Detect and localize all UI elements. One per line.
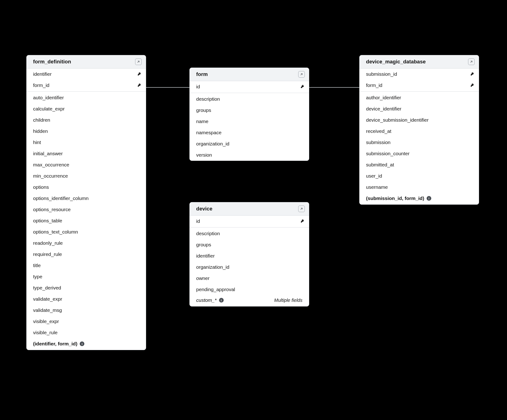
field-row: identifier <box>190 250 309 262</box>
field-row: title <box>27 260 146 271</box>
key-icon <box>301 218 304 224</box>
field-name: visible_expr <box>33 319 59 324</box>
field-name: validate_expr <box>33 296 62 302</box>
entity-form-definition: form_definition identifier form_id <box>26 55 146 350</box>
key-icon <box>470 71 474 77</box>
field-name: required_rule <box>33 251 62 257</box>
field-name: hint <box>33 140 41 145</box>
divider <box>190 227 309 228</box>
field-name: identifier <box>196 253 215 259</box>
field-row: device_identifier <box>359 103 479 114</box>
field-name: groups <box>196 242 211 248</box>
field-name: options <box>33 184 49 190</box>
field-row: organization_id <box>190 138 309 149</box>
open-icon[interactable] <box>468 58 475 65</box>
field-row: device_submission_identifier <box>359 114 479 126</box>
field-name: visible_rule <box>33 330 57 335</box>
field-name: submission_counter <box>366 151 410 157</box>
divider <box>359 91 479 92</box>
field-name: initial_answer <box>33 151 63 157</box>
footer-text: (identifier, form_id) <box>33 341 77 347</box>
field-name: organization_id <box>196 141 229 147</box>
connector-formdef-to-form <box>146 87 190 88</box>
field-row: username <box>359 182 479 193</box>
info-icon[interactable]: i <box>427 196 431 201</box>
field-name: pending_approval <box>196 287 235 292</box>
field-row: owner <box>190 273 309 284</box>
field-row: visible_rule <box>27 327 146 338</box>
entity-title: device_magic_database <box>366 59 426 65</box>
fields-list: id description groups name namespace org… <box>190 81 309 161</box>
field-row: options_identifier_column <box>27 193 146 204</box>
field-name: type <box>33 274 42 279</box>
key-icon <box>137 71 141 77</box>
field-row: max_occurrence <box>27 159 146 170</box>
field-row: calculate_expr <box>27 103 146 114</box>
field-row: validate_msg <box>27 305 146 316</box>
field-name: organization_id <box>196 264 229 270</box>
open-icon[interactable] <box>298 71 305 78</box>
field-row: version <box>190 149 309 161</box>
field-name: form_id <box>33 83 49 88</box>
field-row: identifier <box>27 69 146 80</box>
erd-canvas: form_definition identifier form_id <box>0 0 507 420</box>
custom-fields-row: custom_* i Multiple fields <box>190 295 309 306</box>
entity-header: form <box>190 68 309 81</box>
field-row: form_id <box>27 80 146 91</box>
custom-field-name: custom_* <box>196 297 217 303</box>
entity-title: form <box>196 71 208 77</box>
field-row: submitted_at <box>359 159 479 170</box>
field-row: pending_approval <box>190 284 309 295</box>
field-name: username <box>366 184 388 190</box>
divider <box>27 91 146 92</box>
field-name: device_identifier <box>366 106 401 112</box>
field-row: hidden <box>27 126 146 137</box>
field-name: options_identifier_column <box>33 196 89 201</box>
field-name: readonly_rule <box>33 240 63 246</box>
field-row: validate_expr <box>27 293 146 305</box>
field-row: namespace <box>190 127 309 138</box>
field-name: title <box>33 263 41 268</box>
field-name: hidden <box>33 128 48 134</box>
field-name: children <box>33 117 50 123</box>
field-row: name <box>190 116 309 127</box>
field-name: type_derived <box>33 285 61 291</box>
field-name: submission <box>366 140 390 145</box>
open-icon[interactable] <box>298 206 305 212</box>
field-name: owner <box>196 276 210 281</box>
field-row: required_rule <box>27 249 146 260</box>
field-row: description <box>190 93 309 105</box>
field-row: type <box>27 271 146 282</box>
field-row: options_table <box>27 215 146 226</box>
field-name: options_resource <box>33 207 70 212</box>
info-icon[interactable]: i <box>80 342 84 346</box>
field-name: description <box>196 231 220 236</box>
field-row: min_occurrence <box>27 170 146 182</box>
custom-note: Multiple fields <box>274 298 303 303</box>
entity-device: device id description groups identifier … <box>190 202 309 306</box>
field-row: organization_id <box>190 262 309 273</box>
field-name: author_identifier <box>366 95 401 100</box>
field-row: description <box>190 228 309 239</box>
divider <box>190 93 309 93</box>
entity-header: form_definition <box>27 55 146 69</box>
field-row: hint <box>27 137 146 148</box>
field-row: options_resource <box>27 204 146 215</box>
connector-form-to-dmdb <box>309 87 359 88</box>
info-icon[interactable]: i <box>219 298 224 303</box>
field-name: id <box>196 218 200 224</box>
entity-header: device_magic_database <box>359 55 479 69</box>
fields-list: submission_id form_id author_identifier … <box>359 69 479 204</box>
key-icon <box>301 84 304 90</box>
field-row: id <box>190 81 309 92</box>
open-icon[interactable] <box>135 58 142 65</box>
field-row: auto_identifier <box>27 92 146 103</box>
field-row: options <box>27 182 146 193</box>
field-name: submitted_at <box>366 162 394 168</box>
field-row: user_id <box>359 170 479 182</box>
field-row: id <box>190 216 309 227</box>
entity-header: device <box>190 202 309 216</box>
entity-device-magic-database: device_magic_database submission_id form… <box>359 55 479 205</box>
field-name: max_occurrence <box>33 162 69 168</box>
field-row: children <box>27 114 146 126</box>
